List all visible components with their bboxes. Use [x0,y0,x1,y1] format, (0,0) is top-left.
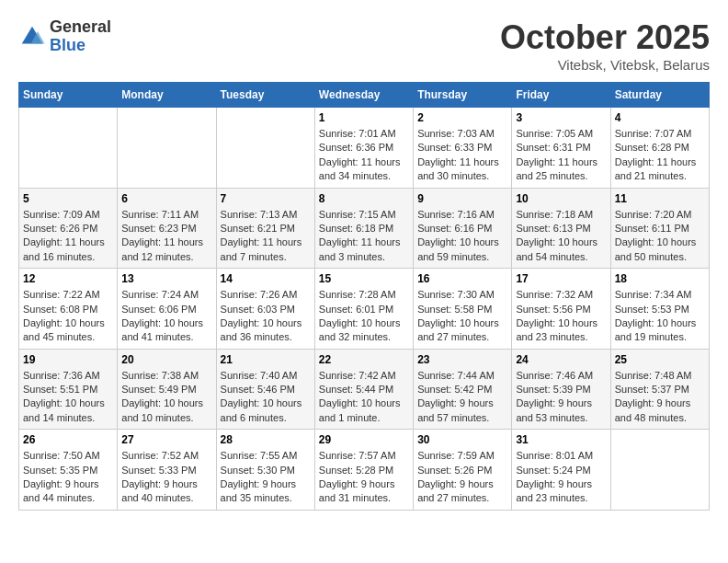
day-info: Sunrise: 7:13 AM Sunset: 6:21 PM Dayligh… [221,208,311,265]
weekday-header-thursday: Thursday [414,83,512,108]
calendar-cell: 10Sunrise: 7:18 AM Sunset: 6:13 PM Dayli… [512,188,610,269]
title-block: October 2025 Vitebsk, Vitebsk, Belarus [500,18,710,73]
calendar-cell: 25Sunrise: 7:48 AM Sunset: 5:37 PM Dayli… [610,349,709,430]
calendar-cell: 6Sunrise: 7:11 AM Sunset: 6:23 PM Daylig… [118,188,216,269]
calendar-cell: 1Sunrise: 7:01 AM Sunset: 6:36 PM Daylig… [314,108,413,189]
day-info: Sunrise: 7:44 AM Sunset: 5:42 PM Dayligh… [417,369,507,426]
calendar-cell: 11Sunrise: 7:20 AM Sunset: 6:11 PM Dayli… [610,188,709,269]
day-info: Sunrise: 7:36 AM Sunset: 5:51 PM Dayligh… [23,369,113,426]
calendar-week-row: 26Sunrise: 7:50 AM Sunset: 5:35 PM Dayli… [19,430,710,511]
logo-general-text: General [50,18,111,37]
calendar-table: SundayMondayTuesdayWednesdayThursdayFrid… [18,82,710,511]
calendar-cell [216,108,314,189]
day-number: 17 [516,272,606,285]
day-info: Sunrise: 7:09 AM Sunset: 6:26 PM Dayligh… [23,208,113,265]
day-number: 27 [121,433,211,446]
calendar-cell: 8Sunrise: 7:15 AM Sunset: 6:18 PM Daylig… [314,188,413,269]
calendar-cell: 5Sunrise: 7:09 AM Sunset: 6:26 PM Daylig… [19,188,118,269]
day-info: Sunrise: 7:28 AM Sunset: 6:01 PM Dayligh… [319,288,409,345]
day-number: 9 [417,192,507,205]
calendar-cell: 21Sunrise: 7:40 AM Sunset: 5:46 PM Dayli… [216,349,314,430]
day-number: 31 [516,433,606,446]
calendar-cell: 22Sunrise: 7:42 AM Sunset: 5:44 PM Dayli… [314,349,413,430]
day-number: 30 [417,433,507,446]
day-info: Sunrise: 7:55 AM Sunset: 5:30 PM Dayligh… [221,449,311,506]
day-number: 1 [319,111,409,124]
calendar-cell [118,108,216,189]
day-info: Sunrise: 7:40 AM Sunset: 5:46 PM Dayligh… [221,369,311,426]
month-title: October 2025 [500,18,710,57]
day-info: Sunrise: 7:11 AM Sunset: 6:23 PM Dayligh… [121,208,211,265]
calendar-cell: 23Sunrise: 7:44 AM Sunset: 5:42 PM Dayli… [414,349,512,430]
weekday-header-saturday: Saturday [610,83,709,108]
day-info: Sunrise: 7:59 AM Sunset: 5:26 PM Dayligh… [417,449,507,506]
day-info: Sunrise: 7:30 AM Sunset: 5:58 PM Dayligh… [417,288,507,345]
day-info: Sunrise: 7:20 AM Sunset: 6:11 PM Dayligh… [615,208,705,265]
day-info: Sunrise: 7:15 AM Sunset: 6:18 PM Dayligh… [319,208,409,265]
day-number: 7 [221,192,311,205]
calendar-cell: 26Sunrise: 7:50 AM Sunset: 5:35 PM Dayli… [19,430,118,511]
calendar-cell: 13Sunrise: 7:24 AM Sunset: 6:06 PM Dayli… [118,269,216,350]
calendar-week-row: 5Sunrise: 7:09 AM Sunset: 6:26 PM Daylig… [19,188,710,269]
logo-blue-text: Blue [50,37,111,55]
day-info: Sunrise: 7:22 AM Sunset: 6:08 PM Dayligh… [23,288,113,345]
calendar-cell: 9Sunrise: 7:16 AM Sunset: 6:16 PM Daylig… [414,188,512,269]
day-number: 6 [121,192,211,205]
weekday-header-monday: Monday [118,83,216,108]
calendar-cell: 2Sunrise: 7:03 AM Sunset: 6:33 PM Daylig… [414,108,512,189]
calendar-cell: 28Sunrise: 7:55 AM Sunset: 5:30 PM Dayli… [216,430,314,511]
day-number: 22 [319,353,409,366]
calendar-cell: 27Sunrise: 7:52 AM Sunset: 5:33 PM Dayli… [118,430,216,511]
logo: General Blue [18,18,111,55]
calendar-cell: 4Sunrise: 7:07 AM Sunset: 6:28 PM Daylig… [610,108,709,189]
calendar-cell: 7Sunrise: 7:13 AM Sunset: 6:21 PM Daylig… [216,188,314,269]
day-info: Sunrise: 7:07 AM Sunset: 6:28 PM Dayligh… [615,127,705,184]
calendar-cell: 20Sunrise: 7:38 AM Sunset: 5:49 PM Dayli… [118,349,216,430]
weekday-header-sunday: Sunday [19,83,118,108]
day-number: 21 [221,353,311,366]
day-info: Sunrise: 7:42 AM Sunset: 5:44 PM Dayligh… [319,369,409,426]
day-info: Sunrise: 7:16 AM Sunset: 6:16 PM Dayligh… [417,208,507,265]
day-number: 18 [615,272,705,285]
day-info: Sunrise: 7:05 AM Sunset: 6:31 PM Dayligh… [516,127,606,184]
day-info: Sunrise: 7:18 AM Sunset: 6:13 PM Dayligh… [516,208,606,265]
day-info: Sunrise: 7:24 AM Sunset: 6:06 PM Dayligh… [121,288,211,345]
calendar-cell: 15Sunrise: 7:28 AM Sunset: 6:01 PM Dayli… [314,269,413,350]
day-info: Sunrise: 7:26 AM Sunset: 6:03 PM Dayligh… [221,288,311,345]
day-number: 3 [516,111,606,124]
weekday-header-wednesday: Wednesday [314,83,413,108]
logo-icon [18,23,46,51]
day-info: Sunrise: 7:34 AM Sunset: 5:53 PM Dayligh… [615,288,705,345]
day-number: 20 [121,353,211,366]
calendar-cell: 18Sunrise: 7:34 AM Sunset: 5:53 PM Dayli… [610,269,709,350]
day-info: Sunrise: 7:48 AM Sunset: 5:37 PM Dayligh… [615,369,705,426]
day-number: 4 [615,111,705,124]
day-number: 19 [23,353,113,366]
calendar-cell [610,430,709,511]
day-number: 11 [615,192,705,205]
day-number: 8 [319,192,409,205]
day-number: 28 [221,433,311,446]
calendar-week-row: 12Sunrise: 7:22 AM Sunset: 6:08 PM Dayli… [19,269,710,350]
day-number: 10 [516,192,606,205]
day-info: Sunrise: 7:01 AM Sunset: 6:36 PM Dayligh… [319,127,409,184]
calendar-cell: 31Sunrise: 8:01 AM Sunset: 5:24 PM Dayli… [512,430,610,511]
day-info: Sunrise: 7:50 AM Sunset: 5:35 PM Dayligh… [23,449,113,506]
day-number: 26 [23,433,113,446]
calendar-cell: 19Sunrise: 7:36 AM Sunset: 5:51 PM Dayli… [19,349,118,430]
page-header: General Blue October 2025 Vitebsk, Viteb… [18,18,710,73]
day-info: Sunrise: 7:38 AM Sunset: 5:49 PM Dayligh… [121,369,211,426]
logo-text: General Blue [50,18,111,55]
calendar-week-row: 1Sunrise: 7:01 AM Sunset: 6:36 PM Daylig… [19,108,710,189]
day-number: 15 [319,272,409,285]
calendar-cell: 16Sunrise: 7:30 AM Sunset: 5:58 PM Dayli… [414,269,512,350]
calendar-cell: 3Sunrise: 7:05 AM Sunset: 6:31 PM Daylig… [512,108,610,189]
day-number: 12 [23,272,113,285]
day-number: 25 [615,353,705,366]
day-info: Sunrise: 8:01 AM Sunset: 5:24 PM Dayligh… [516,449,606,506]
calendar-cell: 12Sunrise: 7:22 AM Sunset: 6:08 PM Dayli… [19,269,118,350]
location-text: Vitebsk, Vitebsk, Belarus [500,57,710,73]
day-number: 13 [121,272,211,285]
weekday-header-friday: Friday [512,83,610,108]
calendar-cell: 24Sunrise: 7:46 AM Sunset: 5:39 PM Dayli… [512,349,610,430]
